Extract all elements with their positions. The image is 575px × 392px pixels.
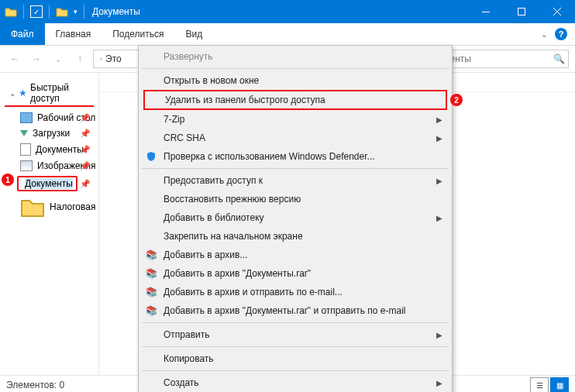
submenu-arrow-icon: ▶ <box>436 115 442 124</box>
window-title: Документы <box>92 6 140 17</box>
folder-icon <box>20 196 45 218</box>
shield-icon <box>145 150 157 163</box>
up-button[interactable]: ↑ <box>71 50 88 67</box>
pin-icon: 📌 <box>80 161 91 171</box>
maximize-button[interactable] <box>504 0 539 23</box>
menu-add-library[interactable]: Добавить в библиотеку▶ <box>140 208 450 227</box>
share-tab[interactable]: Поделиться <box>102 23 174 45</box>
menu-pin-start[interactable]: Закрепить на начальном экране <box>140 227 450 246</box>
folder-icon <box>56 5 68 18</box>
context-menu: Развернуть Открыть в новом окне Удалить … <box>138 45 453 392</box>
details-view-button[interactable]: ☰ <box>530 377 549 392</box>
star-icon: ★ <box>19 88 27 98</box>
back-button[interactable]: ← <box>6 50 23 67</box>
submenu-arrow-icon: ▶ <box>436 177 442 185</box>
menu-add-rar[interactable]: 📚Добавить в архив "Документы.rar" <box>140 264 450 283</box>
sidebar-item-pictures[interactable]: Изображения 📌 <box>0 158 98 174</box>
submenu-arrow-icon: ▶ <box>436 331 442 339</box>
sidebar-item-desktop[interactable]: Рабочий стол 📌 <box>0 110 98 126</box>
item-count: Элементов: 0 <box>6 380 64 390</box>
minimize-button[interactable] <box>468 0 504 23</box>
titlebar: ✓ ▾ Документы <box>0 0 575 23</box>
annotation-marker-2: 2 <box>450 94 463 106</box>
help-icon[interactable]: ? <box>555 28 567 40</box>
document-icon <box>20 143 31 156</box>
submenu-arrow-icon: ▶ <box>436 214 442 222</box>
books-icon: 📚 <box>145 304 157 317</box>
svg-rect-0 <box>482 12 490 12</box>
pin-icon: 📌 <box>80 129 91 139</box>
menu-open-new-window[interactable]: Открыть в новом окне <box>140 71 450 90</box>
menu-copy[interactable]: Копировать <box>140 349 450 368</box>
svg-rect-1 <box>518 9 525 15</box>
home-tab[interactable]: Главная <box>45 23 102 45</box>
menu-add-archive[interactable]: 📚Добавить в архив... <box>140 246 450 264</box>
pin-icon: 📌 <box>80 145 91 155</box>
search-icon[interactable]: 🔍 <box>553 53 565 64</box>
sidebar-item-documents-selected[interactable]: Документы 📌 <box>0 174 98 194</box>
history-dropdown[interactable]: ⌄ <box>50 50 67 67</box>
explorer-window: ✓ ▾ Документы Файл Главная Поделиться Ви… <box>0 0 575 392</box>
qat-dropdown-icon[interactable]: ▾ <box>74 8 77 15</box>
close-button[interactable] <box>539 0 575 23</box>
pictures-icon <box>20 160 33 171</box>
file-tab[interactable]: Файл <box>0 23 45 45</box>
annotation-marker-1: 1 <box>2 174 14 186</box>
menu-remove-quick-access[interactable]: Удалить из панели быстрого доступа <box>145 91 446 108</box>
menu-remove-quick-access-highlighted: Удалить из панели быстрого доступа 2 <box>143 90 447 110</box>
thumbnails-view-button[interactable]: ▦ <box>550 377 569 392</box>
submenu-arrow-icon: ▶ <box>436 134 442 143</box>
menu-restore-previous[interactable]: Восстановить прежнюю версию <box>140 190 450 208</box>
navigation-pane: ⌄ ★ Быстрый доступ Рабочий стол 📌 Загруз… <box>0 73 99 375</box>
submenu-arrow-icon: ▶ <box>436 379 442 387</box>
books-icon: 📚 <box>145 267 157 280</box>
menu-archive-email[interactable]: 📚Добавить в архив и отправить по e-mail.… <box>140 283 450 301</box>
checkbox-icon[interactable]: ✓ <box>30 5 43 18</box>
quick-access-toolbar: ✓ ▾ <box>0 5 88 19</box>
desktop-icon <box>20 112 33 123</box>
view-tab[interactable]: Вид <box>174 23 213 45</box>
sidebar-item-documents[interactable]: Документы 📌 <box>0 141 98 158</box>
menu-expand[interactable]: Развернуть <box>140 47 450 66</box>
menu-defender[interactable]: Проверка с использованием Windows Defend… <box>140 147 450 166</box>
forward-button[interactable]: → <box>28 50 45 67</box>
menu-create[interactable]: Создать▶ <box>140 373 450 392</box>
menu-rar-email[interactable]: 📚Добавить в архив "Документы.rar" и отпр… <box>140 301 450 320</box>
menu-send-to[interactable]: Отправить▶ <box>140 325 450 344</box>
books-icon: 📚 <box>145 286 157 298</box>
ribbon-tabs: Файл Главная Поделиться Вид ⌄ ? <box>0 23 575 46</box>
breadcrumb-segment[interactable]: Это <box>105 53 122 64</box>
sidebar-item-downloads[interactable]: Загрузки 📌 <box>0 126 98 141</box>
menu-give-access[interactable]: Предоставить доступ к▶ <box>140 171 450 190</box>
ribbon-collapse-icon[interactable]: ⌄ <box>541 30 547 39</box>
menu-7zip[interactable]: 7-Zip▶ <box>140 110 450 129</box>
menu-crc-sha[interactable]: CRC SHA▶ <box>140 129 450 147</box>
books-icon: 📚 <box>145 249 157 261</box>
downloads-icon <box>20 130 28 136</box>
quick-access-label: Быстрый доступ <box>30 82 89 104</box>
quick-access-header[interactable]: ⌄ ★ Быстрый доступ <box>5 81 94 107</box>
sidebar-item-tax[interactable]: Налоговая <box>0 194 98 220</box>
pin-icon: 📌 <box>80 113 91 123</box>
pin-icon: 📌 <box>80 179 91 189</box>
folder-icon <box>5 5 17 18</box>
